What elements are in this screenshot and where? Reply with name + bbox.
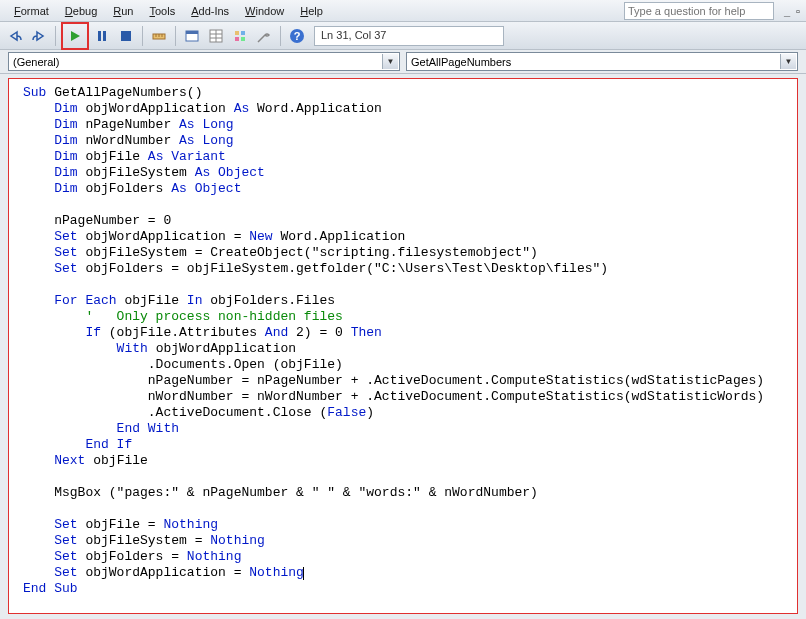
toolbox-button[interactable] xyxy=(253,25,275,47)
redo-icon xyxy=(32,29,46,43)
menu-format[interactable]: Format xyxy=(6,3,57,19)
svg-rect-16 xyxy=(235,37,239,41)
object-combo[interactable]: (General) ▼ xyxy=(8,52,400,71)
undo-button[interactable] xyxy=(4,25,26,47)
chevron-down-icon[interactable]: ▼ xyxy=(780,54,796,69)
menu-run[interactable]: Run xyxy=(105,3,141,19)
stop-icon xyxy=(120,30,132,42)
ruler-icon xyxy=(152,29,166,43)
cursor-position-label: Ln 31, Col 37 xyxy=(321,29,386,41)
redo-button[interactable] xyxy=(28,25,50,47)
properties-button[interactable] xyxy=(205,25,227,47)
reset-button[interactable] xyxy=(115,25,137,47)
design-mode-button[interactable] xyxy=(148,25,170,47)
menu-addins[interactable]: Add-Ins xyxy=(183,3,237,19)
pause-icon xyxy=(96,30,108,42)
svg-rect-2 xyxy=(103,31,106,41)
toolbar: ? Ln 31, Col 37 xyxy=(0,22,806,50)
help-button[interactable]: ? xyxy=(286,25,308,47)
break-button[interactable] xyxy=(91,25,113,47)
svg-rect-3 xyxy=(121,31,131,41)
menu-tools[interactable]: Tools xyxy=(142,3,184,19)
help-icon: ? xyxy=(289,28,305,44)
svg-marker-0 xyxy=(71,31,80,41)
browser-icon xyxy=(233,29,247,43)
object-browser-button[interactable] xyxy=(229,25,251,47)
procedure-combo-value: GetAllPageNumbers xyxy=(411,56,511,68)
restore-icon[interactable]: ▫ xyxy=(796,5,800,17)
svg-rect-1 xyxy=(98,31,101,41)
object-procedure-row: (General) ▼ GetAllPageNumbers ▼ xyxy=(0,50,806,74)
svg-text:?: ? xyxy=(294,30,301,42)
object-combo-value: (General) xyxy=(13,56,59,68)
menu-debug[interactable]: Debug xyxy=(57,3,105,19)
play-icon xyxy=(69,30,81,42)
cursor-position-box: Ln 31, Col 37 xyxy=(314,26,504,46)
code-text[interactable]: Sub GetAllPageNumbers() Dim objWordAppli… xyxy=(9,79,797,603)
undo-icon xyxy=(8,29,22,43)
code-pane[interactable]: Sub GetAllPageNumbers() Dim objWordAppli… xyxy=(8,78,798,614)
svg-rect-14 xyxy=(235,31,239,35)
properties-icon xyxy=(209,29,223,43)
mdi-window-controls: _ ▫ xyxy=(784,5,800,17)
minimize-icon[interactable]: _ xyxy=(784,5,790,17)
run-button[interactable] xyxy=(64,25,86,47)
run-button-highlight xyxy=(61,22,89,50)
svg-rect-17 xyxy=(241,37,245,41)
explorer-icon xyxy=(185,29,199,43)
chevron-down-icon[interactable]: ▼ xyxy=(382,54,398,69)
svg-rect-15 xyxy=(241,31,245,35)
project-explorer-button[interactable] xyxy=(181,25,203,47)
text-caret xyxy=(303,567,304,580)
menu-bar: Format Debug Run Tools Add-Ins Window He… xyxy=(0,0,806,22)
separator xyxy=(175,26,176,46)
menu-help[interactable]: Help xyxy=(292,3,331,19)
separator xyxy=(280,26,281,46)
wrench-icon xyxy=(257,29,271,43)
svg-rect-9 xyxy=(186,31,198,34)
procedure-combo[interactable]: GetAllPageNumbers ▼ xyxy=(406,52,798,71)
separator xyxy=(55,26,56,46)
help-search-input[interactable] xyxy=(624,2,774,20)
separator xyxy=(142,26,143,46)
menu-window[interactable]: Window xyxy=(237,3,292,19)
